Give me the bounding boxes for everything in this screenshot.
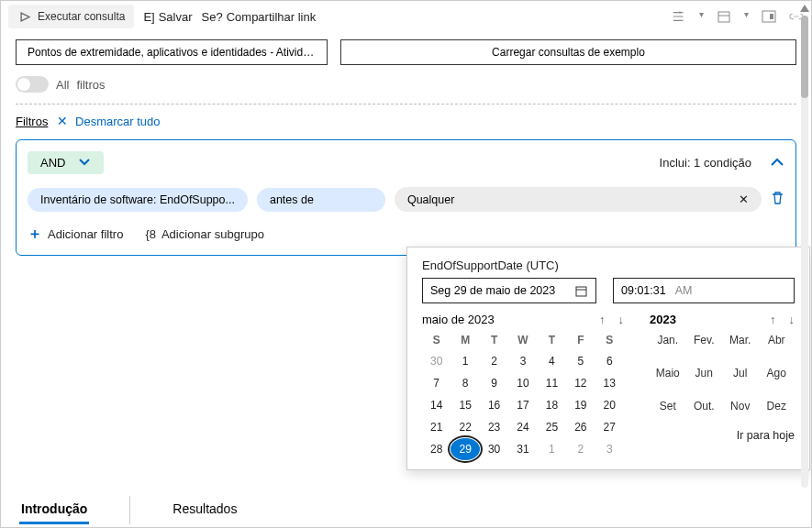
calendar-day[interactable]: 1 xyxy=(450,350,479,372)
tab-introduction[interactable]: Introdução xyxy=(19,496,89,524)
calendar-day[interactable]: 6 xyxy=(595,350,624,372)
calendar-day[interactable]: 19 xyxy=(566,394,595,416)
calendar-day[interactable]: 10 xyxy=(508,372,537,394)
calendar-month-cell[interactable]: Jun xyxy=(686,367,723,380)
calendar-dow: M xyxy=(450,334,479,346)
filter-value-pill[interactable]: Qualquer ✕ xyxy=(395,187,762,212)
and-label: AND xyxy=(40,156,65,170)
filter-field-pill[interactable]: Inventário de software: EndOfSuppo... xyxy=(28,188,248,212)
delete-filter-button[interactable] xyxy=(771,191,784,209)
calendar-month-cell[interactable]: Jul xyxy=(722,367,759,380)
scroll-track[interactable] xyxy=(801,16,808,488)
scroll-thumb[interactable] xyxy=(801,16,808,98)
chevron-down-icon[interactable]: ▾ xyxy=(744,9,749,24)
all-filters-toggle[interactable] xyxy=(16,76,49,93)
filter-panel: AND Inclui: 1 condição Inventário de sof… xyxy=(16,139,796,256)
date-input[interactable]: Seg 29 de maio de 2023 xyxy=(422,278,596,303)
collapse-panel-button[interactable] xyxy=(770,155,784,171)
calendar-month-cell[interactable]: Ago xyxy=(759,367,795,380)
calendar-day[interactable]: 15 xyxy=(450,394,479,416)
calendar-day[interactable]: 18 xyxy=(538,394,566,416)
breadcrumb-text: Pontos de extremidade, aplicativos e ide… xyxy=(28,46,325,59)
tab-intro-label: Introdução xyxy=(21,501,87,516)
list-icon[interactable] xyxy=(672,9,686,24)
add-subgroup-button[interactable]: {8 Adicionar subgrupo xyxy=(145,225,264,244)
calendar-day[interactable]: 17 xyxy=(508,394,537,416)
vertical-scrollbar[interactable] xyxy=(800,5,809,518)
calendar-day[interactable]: 11 xyxy=(538,372,566,394)
calendar-day[interactable]: 5 xyxy=(566,350,595,372)
clear-all-label: Desmarcar tudo xyxy=(75,115,160,128)
calendar-day[interactable]: 12 xyxy=(566,372,595,394)
calendar-day[interactable]: 20 xyxy=(595,394,624,416)
load-example-queries-button[interactable]: Carregar consultas de exemplo xyxy=(340,39,796,65)
calendar-day[interactable]: 30 xyxy=(422,350,450,372)
add-filter-button[interactable]: ＋ Adicionar filtro xyxy=(28,225,123,244)
calendar-month-cell[interactable]: Jan. xyxy=(650,334,686,346)
scroll-up-icon[interactable] xyxy=(800,5,809,12)
calendar-day[interactable]: 3 xyxy=(508,350,537,372)
prev-month-button[interactable]: ↑ xyxy=(599,313,606,326)
calendar-month-cell[interactable]: Fev. xyxy=(686,334,723,346)
calendar-day[interactable]: 29 xyxy=(450,438,479,460)
next-month-button[interactable]: ↓ xyxy=(618,313,625,326)
filter-field-text: Inventário de software: EndOfSuppo... xyxy=(40,193,235,206)
calendar-day[interactable]: 30 xyxy=(480,438,508,460)
load-examples-label: Carregar consultas de exemplo xyxy=(492,46,645,59)
calendar-month-label[interactable]: maio de 2023 xyxy=(422,313,599,326)
calendar-day[interactable]: 27 xyxy=(595,416,624,438)
calendar-month-cell[interactable]: Maio xyxy=(650,367,686,380)
run-query-label: Executar consulta xyxy=(38,10,125,23)
calendar-day[interactable]: 28 xyxy=(422,438,450,460)
next-year-button[interactable]: ↓ xyxy=(789,313,795,326)
calendar-day[interactable]: 25 xyxy=(538,416,566,438)
svg-rect-2 xyxy=(770,14,773,19)
subgroup-icon-text: {8 xyxy=(145,227,156,241)
calendar-day[interactable]: 31 xyxy=(508,438,537,460)
go-to-today-button[interactable]: Ir para hoje xyxy=(650,429,795,442)
time-input[interactable]: 09:01:31 AM xyxy=(613,278,795,303)
save-icon-text: E] xyxy=(143,10,154,24)
calendar-small-icon xyxy=(573,283,588,298)
breadcrumb-button[interactable]: Pontos de extremidade, aplicativos e ide… xyxy=(16,39,328,65)
run-query-button[interactable]: Executar consulta xyxy=(8,5,134,28)
calendar-month-cell[interactable]: Dez xyxy=(759,400,795,412)
plus-icon: ＋ xyxy=(28,225,42,244)
and-operator-dropdown[interactable]: AND xyxy=(28,151,104,174)
clear-all-button[interactable]: ✕ Desmarcar tudo xyxy=(57,114,160,128)
calendar-day[interactable]: 2 xyxy=(566,438,595,460)
calendar-month-cell[interactable]: Out. xyxy=(686,400,723,412)
calendar-day[interactable]: 14 xyxy=(422,394,450,416)
calendar-day[interactable]: 21 xyxy=(422,416,450,438)
calendar-day[interactable]: 4 xyxy=(538,350,566,372)
calendar-day[interactable]: 22 xyxy=(450,416,479,438)
chevron-down-icon[interactable]: ▾ xyxy=(699,9,704,24)
share-link-button[interactable]: Se? Compartilhar link xyxy=(202,10,317,24)
calendar-day[interactable]: 13 xyxy=(595,372,624,394)
prev-year-button[interactable]: ↑ xyxy=(770,313,776,326)
calendar-month-cell[interactable]: Mar. xyxy=(722,334,759,346)
calendar-day[interactable]: 26 xyxy=(566,416,595,438)
calendar-dow: F xyxy=(566,334,595,346)
tab-results[interactable]: Resultados xyxy=(171,496,239,524)
panel-icon[interactable] xyxy=(762,9,776,24)
calendar-day[interactable]: 2 xyxy=(480,350,508,372)
save-button[interactable]: E] Salvar xyxy=(143,10,192,24)
filter-operator-pill[interactable]: antes de xyxy=(257,188,385,212)
chevron-down-icon xyxy=(78,156,91,170)
calendar-icon[interactable] xyxy=(717,9,731,24)
calendar-day[interactable]: 9 xyxy=(480,372,508,394)
calendar-month-cell[interactable]: Set xyxy=(650,400,686,412)
calendar-day[interactable]: 24 xyxy=(508,416,537,438)
calendar-day[interactable]: 16 xyxy=(480,394,508,416)
calendar-day[interactable]: 8 xyxy=(450,372,479,394)
play-icon xyxy=(17,9,32,24)
calendar-day[interactable]: 23 xyxy=(480,416,508,438)
clear-value-icon[interactable]: ✕ xyxy=(739,192,749,206)
calendar-day[interactable]: 1 xyxy=(538,438,566,460)
calendar-month-cell[interactable]: Abr xyxy=(759,334,795,346)
calendar-day[interactable]: 7 xyxy=(422,372,450,394)
calendar-month-cell[interactable]: Nov xyxy=(722,400,759,412)
calendar-year-label[interactable]: 2023 xyxy=(650,313,770,326)
calendar-day[interactable]: 3 xyxy=(595,438,624,460)
